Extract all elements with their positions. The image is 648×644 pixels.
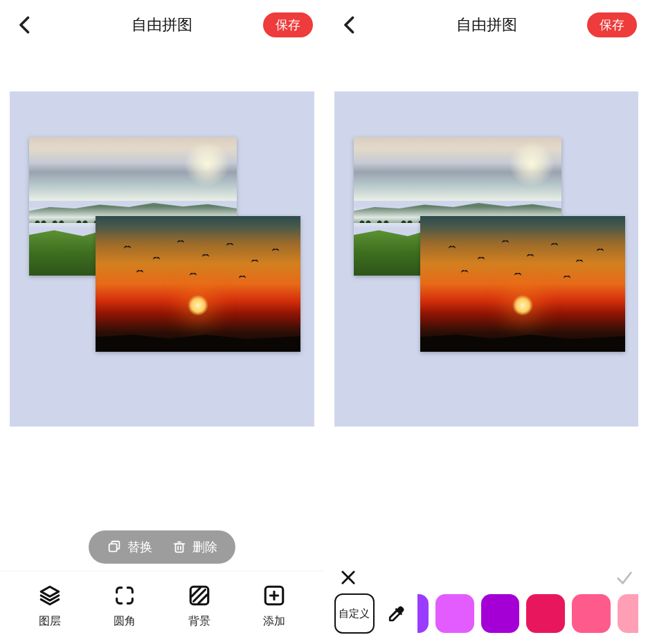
color-swatch[interactable]: [435, 594, 474, 633]
check-icon: [615, 568, 634, 587]
color-swatch[interactable]: [572, 594, 611, 633]
close-icon: [339, 568, 358, 587]
tool-label: 圆角: [114, 614, 136, 629]
trash-icon: [172, 539, 187, 555]
replace-icon: [107, 539, 122, 555]
sunset-birds-photo[interactable]: [96, 216, 300, 352]
tool-add[interactable]: 添加: [262, 584, 286, 629]
svg-rect-0: [109, 544, 117, 551]
svg-marker-2: [41, 587, 59, 596]
background-icon: [188, 584, 211, 607]
header: 自由拼图 保存: [325, 0, 648, 50]
header: 自由拼图 保存: [0, 0, 324, 50]
screen-right: 自由拼图 保存: [324, 0, 648, 644]
page-title: 自由拼图: [456, 15, 517, 35]
delete-label: 删除: [192, 539, 217, 555]
plus-square-icon: [262, 584, 286, 607]
tool-layers[interactable]: 图层: [38, 584, 62, 629]
tool-label: 添加: [263, 614, 285, 629]
color-swatch[interactable]: [481, 594, 520, 633]
color-swatch-list: [417, 594, 638, 633]
background-color-panel: 自定义: [325, 561, 648, 644]
back-button[interactable]: [337, 12, 362, 37]
collage-canvas[interactable]: [334, 91, 638, 427]
page-title: 自由拼图: [132, 15, 192, 35]
layers-icon: [38, 584, 62, 607]
chevron-left-icon: [337, 12, 362, 37]
collage-canvas[interactable]: [10, 91, 314, 427]
corner-radius-icon: [113, 584, 136, 607]
replace-label: 替换: [127, 539, 152, 555]
color-swatch[interactable]: [618, 594, 638, 633]
delete-button[interactable]: 删除: [172, 539, 217, 555]
back-button[interactable]: [12, 12, 37, 37]
save-button[interactable]: 保存: [587, 12, 637, 37]
work-area: [325, 50, 648, 644]
tool-label: 背景: [188, 614, 210, 629]
close-panel-button[interactable]: [339, 568, 358, 590]
svg-rect-1: [176, 544, 183, 552]
replace-button[interactable]: 替换: [107, 539, 152, 555]
tool-label: 图层: [39, 614, 61, 629]
selection-action-pill: 替换 删除: [89, 530, 235, 564]
sunset-birds-photo[interactable]: [420, 216, 625, 352]
chevron-left-icon: [12, 12, 37, 37]
eyedropper-icon: [386, 603, 406, 624]
tool-corner-radius[interactable]: 圆角: [113, 584, 136, 629]
color-swatch[interactable]: [526, 594, 565, 633]
confirm-panel-button[interactable]: [615, 568, 634, 590]
custom-color-button[interactable]: 自定义: [334, 593, 375, 634]
color-swatch[interactable]: [417, 594, 429, 633]
tool-background[interactable]: 背景: [188, 584, 211, 629]
screen-left: 自由拼图 保存 替换: [0, 0, 324, 644]
work-area: 替换 删除: [0, 50, 324, 644]
bottom-toolbar: 图层 圆角 背景 添加: [0, 571, 324, 644]
eyedropper-button[interactable]: [383, 600, 409, 627]
save-button[interactable]: 保存: [263, 12, 313, 37]
